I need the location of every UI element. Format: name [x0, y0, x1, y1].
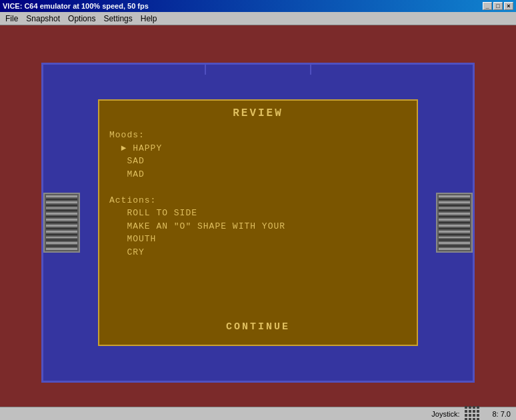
joystick-icon	[465, 406, 480, 420]
arrow-cursor: ►	[109, 143, 133, 153]
speed-display: 8: 7.0	[492, 410, 511, 418]
menu-bar: File Snapshot Options Settings Help	[0, 12, 516, 25]
main-content: REVIEW Moods: ► HAPPY SAD MAD Actions: R…	[0, 25, 516, 420]
menu-snapshot[interactable]: Snapshot	[22, 13, 64, 25]
left-decoration	[43, 193, 80, 253]
menu-settings[interactable]: Settings	[99, 13, 136, 25]
maximize-button[interactable]: □	[493, 2, 503, 10]
menu-options[interactable]: Options	[64, 13, 99, 25]
continue-text[interactable]: CONTINUE	[226, 321, 290, 333]
game-screen: REVIEW Moods: ► HAPPY SAD MAD Actions: R…	[98, 99, 418, 346]
menu-file[interactable]: File	[1, 13, 22, 25]
mood-sad: SAD	[127, 156, 144, 166]
menu-help[interactable]: Help	[137, 13, 161, 25]
right-decoration	[436, 193, 473, 253]
action-1: ROLL TO SIDE	[127, 208, 197, 218]
mood-happy: HAPPY	[133, 143, 162, 153]
close-button[interactable]: ×	[504, 2, 513, 10]
window-title: VICE: C64 emulator at 100% speed, 50 fps	[3, 2, 149, 10]
joystick-label: Joystick:	[431, 410, 459, 418]
window-controls: _ □ ×	[483, 2, 513, 10]
minimize-button[interactable]: _	[483, 2, 492, 10]
status-bar: Joystick: 8: 7.0	[0, 407, 516, 420]
action-2: MAKE AN "O" SHAPE WITH YOUR	[127, 221, 285, 231]
title-bar: VICE: C64 emulator at 100% speed, 50 fps…	[0, 0, 516, 12]
moods-section: Moods: ► HAPPY SAD MAD Actions: ROLL TO …	[109, 129, 407, 259]
action-4: CRY	[127, 247, 144, 257]
actions-label: Actions:	[109, 195, 156, 205]
game-title: REVIEW	[109, 107, 407, 119]
c64-screen: REVIEW Moods: ► HAPPY SAD MAD Actions: R…	[41, 63, 475, 383]
moods-label: Moods:	[109, 130, 145, 140]
action-3: MOUTH	[127, 234, 156, 244]
mood-mad: MAD	[127, 169, 144, 179]
